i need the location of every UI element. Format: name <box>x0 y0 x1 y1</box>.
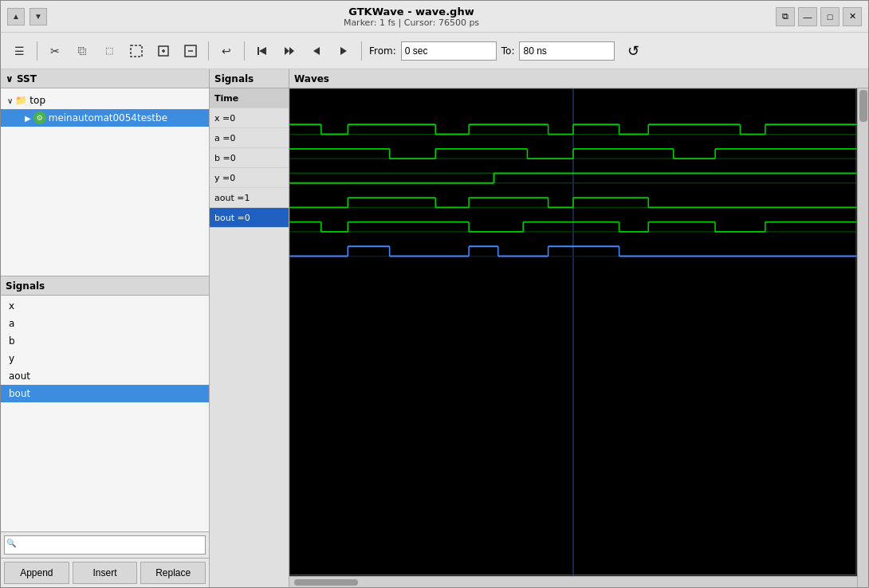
svg-marker-10 <box>313 47 320 55</box>
signal-buttons: Append Insert Replace <box>1 558 209 587</box>
signals-section-header: Signals <box>1 276 209 296</box>
next-button[interactable] <box>332 39 356 63</box>
sig-row-time: Time <box>210 88 289 108</box>
signal-label-x: x <box>9 300 14 312</box>
sig-label-bout: bout =0 <box>214 213 250 223</box>
sig-row-aout: aout =1 <box>210 188 289 208</box>
main-content: ∨ SST ∨ 📁 top ▶ ⚙ meinautomat0054testbe <box>1 69 868 587</box>
signal-item-bout[interactable]: bout <box>1 385 209 402</box>
sig-row-a: a =0 <box>210 128 289 148</box>
signal-label-bout: bout <box>9 388 30 399</box>
to-input[interactable] <box>519 41 615 61</box>
signals-section: Signals x a b y aout <box>1 276 209 587</box>
waveform-svg <box>289 88 857 576</box>
tree-label-top: top <box>29 95 45 106</box>
titlebar-controls-right: ⧉ — □ ✕ <box>776 7 862 26</box>
replace-button[interactable]: Replace <box>140 562 206 584</box>
search-input[interactable] <box>4 535 206 555</box>
sig-label-x: x =0 <box>214 113 235 123</box>
tree-label-module: meinautomat0054testbe <box>49 112 167 123</box>
select-all-button[interactable] <box>124 39 148 63</box>
waves-container: Signals Waves Time x =0 a =0 <box>210 69 868 587</box>
close-button[interactable]: ✕ <box>843 7 862 26</box>
signal-item-b[interactable]: b <box>1 332 209 350</box>
scroll-down-button[interactable]: ▼ <box>29 8 47 25</box>
sig-label-time: Time <box>214 93 238 104</box>
from-label: From: <box>369 45 396 57</box>
scroll-up-button[interactable]: ▲ <box>7 8 25 25</box>
titlebar-controls-left: ▲ ▼ <box>7 8 47 25</box>
signal-label-b: b <box>9 335 15 347</box>
cut-button[interactable]: ✂ <box>43 39 67 63</box>
toolbar-separator-3 <box>244 41 245 61</box>
insert-button[interactable]: Insert <box>73 562 138 584</box>
sig-label-b: b =0 <box>214 153 236 163</box>
menu-button[interactable]: ☰ <box>7 39 31 63</box>
signal-label-aout: aout <box>9 370 30 382</box>
expand-arrow-module: ▶ <box>25 114 31 123</box>
module-icon: ⚙ <box>33 112 46 124</box>
minimize-button[interactable]: — <box>798 7 817 26</box>
tree-item-module[interactable]: ▶ ⚙ meinautomat0054testbe <box>1 109 209 127</box>
toolbar-separator-2 <box>208 41 209 61</box>
h-scrollbar-thumb[interactable] <box>294 579 358 586</box>
toolbar-separator-4 <box>361 41 362 61</box>
waveform-area[interactable] <box>289 88 857 576</box>
zoom-box-button[interactable] <box>179 39 203 63</box>
search-wrapper <box>4 535 206 555</box>
svg-marker-11 <box>340 47 347 55</box>
sst-tree[interactable]: ∨ 📁 top ▶ ⚙ meinautomat0054testbe <box>1 88 209 276</box>
signal-item-y[interactable]: y <box>1 350 209 367</box>
signals-col-header: Signals <box>210 69 289 88</box>
maximize-button[interactable]: □ <box>820 7 840 26</box>
sig-row-y: y =0 <box>210 168 289 188</box>
sig-label-a: a =0 <box>214 133 235 143</box>
window-title: GTKWave - wave.ghw <box>47 6 776 18</box>
folder-icon: 📁 <box>15 95 27 106</box>
paste-button[interactable]: ⬚ <box>97 39 121 63</box>
signals-search <box>1 531 209 558</box>
left-panel: ∨ SST ∨ 📁 top ▶ ⚙ meinautomat0054testbe <box>1 69 210 587</box>
zoom-fit-button[interactable] <box>151 39 175 63</box>
waves-header: Signals Waves <box>210 69 868 88</box>
titlebar: ▲ ▼ GTKWave - wave.ghw Marker: 1 fs | Cu… <box>1 1 868 33</box>
signal-item-x[interactable]: x <box>1 297 209 315</box>
waves-inner: Time x =0 a =0 b =0 y =0 aout <box>210 88 868 587</box>
signal-label-y: y <box>9 353 14 364</box>
sig-row-x: x =0 <box>210 108 289 128</box>
sig-row-b: b =0 <box>210 148 289 168</box>
svg-marker-7 <box>259 47 266 55</box>
signal-item-aout[interactable]: aout <box>1 367 209 385</box>
signal-label-a: a <box>9 318 14 329</box>
reload-button[interactable]: ↺ <box>621 39 645 63</box>
waves-col-header: Waves <box>289 69 868 88</box>
svg-marker-9 <box>289 47 294 55</box>
main-window: ▲ ▼ GTKWave - wave.ghw Marker: 1 fs | Cu… <box>0 0 869 588</box>
horizontal-scrollbar[interactable] <box>289 576 857 587</box>
restore-button[interactable]: ⧉ <box>776 7 795 26</box>
titlebar-center: GTKWave - wave.ghw Marker: 1 fs | Cursor… <box>47 6 776 28</box>
fast-fwd-button[interactable] <box>277 39 301 63</box>
signal-item-a[interactable]: a <box>1 315 209 332</box>
toolbar: ☰ ✂ ⿻ ⬚ ↩ From: To: ↺ <box>1 33 868 69</box>
from-input[interactable] <box>401 41 497 61</box>
append-button[interactable]: Append <box>4 562 69 584</box>
prev-button[interactable] <box>305 39 328 63</box>
signals-list[interactable]: x a b y aout bout <box>1 296 209 531</box>
to-label: To: <box>501 45 515 57</box>
signal-names-column: Time x =0 a =0 b =0 y =0 aout <box>210 88 289 587</box>
first-button[interactable] <box>250 39 274 63</box>
v-scrollbar-thumb[interactable] <box>859 90 867 122</box>
sig-label-y: y =0 <box>214 173 235 183</box>
sig-label-aout: aout =1 <box>214 193 250 203</box>
vertical-scrollbar[interactable] <box>857 88 868 587</box>
undo-button[interactable]: ↩ <box>214 39 238 63</box>
tree-item-top[interactable]: ∨ 📁 top <box>1 92 209 109</box>
window-subtitle: Marker: 1 fs | Cursor: 76500 ps <box>47 18 776 28</box>
copy-button[interactable]: ⿻ <box>70 39 94 63</box>
toolbar-separator-1 <box>37 41 37 61</box>
sst-header: ∨ SST <box>1 69 209 88</box>
sst-section: ∨ SST ∨ 📁 top ▶ ⚙ meinautomat0054testbe <box>1 69 209 276</box>
svg-marker-8 <box>285 47 289 55</box>
sig-row-bout: bout =0 <box>210 208 289 228</box>
